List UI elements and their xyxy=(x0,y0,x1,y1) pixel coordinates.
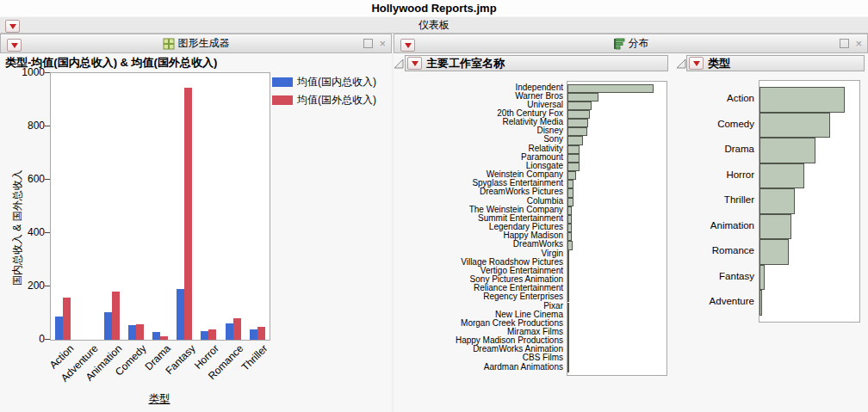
bar-foreign-mean[interactable] xyxy=(63,298,71,340)
histogram-bar[interactable] xyxy=(567,346,569,354)
histogram-bar[interactable] xyxy=(567,329,569,337)
bar-foreign-mean[interactable] xyxy=(208,329,216,340)
graph-builder-panel-header: 图形生成器 × xyxy=(0,34,392,53)
bar-foreign-mean[interactable] xyxy=(112,292,120,340)
histogram-bar[interactable] xyxy=(567,198,574,206)
grouped-bar-plot[interactable] xyxy=(50,72,270,341)
histogram-bar[interactable] xyxy=(567,110,590,119)
histogram-bar[interactable] xyxy=(567,241,573,249)
disclosure-triangle-icon[interactable] xyxy=(394,58,404,69)
histogram-bar[interactable] xyxy=(567,320,569,329)
histogram-bar[interactable] xyxy=(567,303,569,311)
red-triangle-menu-icon[interactable] xyxy=(5,20,20,33)
histogram-bar[interactable] xyxy=(760,163,804,189)
red-triangle-glyph xyxy=(9,24,16,29)
red-triangle-glyph xyxy=(412,61,418,66)
histogram-bar[interactable] xyxy=(760,214,791,240)
y-tick-label: 200 xyxy=(14,280,45,292)
maximize-icon[interactable] xyxy=(840,39,849,48)
y-tick-mark xyxy=(45,232,50,233)
histogram-bar[interactable] xyxy=(567,145,580,154)
histogram-bar[interactable] xyxy=(567,180,574,188)
histogram-bar[interactable] xyxy=(567,163,580,171)
disclosure-triangle-icon[interactable] xyxy=(676,58,686,69)
red-triangle-menu-icon[interactable] xyxy=(407,57,422,70)
histogram-bar[interactable] xyxy=(567,232,572,241)
histogram-bar[interactable] xyxy=(567,250,569,259)
histogram-bar[interactable] xyxy=(567,206,572,215)
bar-foreign-mean[interactable] xyxy=(257,327,265,340)
bar-foreign-mean[interactable] xyxy=(160,336,168,340)
histogram-bar[interactable] xyxy=(567,119,588,127)
y-tick-label: 600 xyxy=(14,173,45,185)
histogram-bar[interactable] xyxy=(567,293,569,302)
histogram-bar[interactable] xyxy=(567,267,569,276)
x-axis-title[interactable]: 类型 xyxy=(50,392,269,407)
bar-domestic-mean[interactable] xyxy=(152,332,160,340)
histogram-bar[interactable] xyxy=(760,113,830,138)
bar-foreign-mean[interactable] xyxy=(233,318,241,340)
bar-domestic-mean[interactable] xyxy=(201,331,208,340)
y-tick-mark xyxy=(45,72,50,73)
bar-domestic-mean[interactable] xyxy=(250,329,257,340)
histogram-bar[interactable] xyxy=(760,239,789,265)
category-label: Romance xyxy=(594,238,754,264)
histogram-bar[interactable] xyxy=(760,290,762,316)
category-label: Relativity Media xyxy=(379,118,563,126)
window-titlebar: Hollywood Reports.jmp xyxy=(0,0,868,16)
bar-domestic-mean[interactable] xyxy=(128,325,136,340)
category-label: Animation xyxy=(594,213,754,239)
y-tick-mark xyxy=(45,339,50,340)
category-label: Drama xyxy=(594,137,754,163)
histogram-bar[interactable] xyxy=(567,101,592,110)
genre-report-header[interactable]: 类型 xyxy=(686,55,865,71)
histogram-bar[interactable] xyxy=(567,311,569,320)
histogram-bar[interactable] xyxy=(567,188,574,197)
bar-domestic-mean[interactable] xyxy=(55,317,63,340)
histogram-bar[interactable] xyxy=(567,364,569,372)
histogram-bar[interactable] xyxy=(567,285,569,293)
dashboard-bar: 仪表板 xyxy=(0,16,868,34)
y-tick-label: 1000 xyxy=(14,66,45,78)
category-label: Horror xyxy=(594,163,754,188)
red-triangle-menu-icon[interactable] xyxy=(400,39,415,52)
histogram-bar[interactable] xyxy=(760,188,795,214)
legend-label: 均值(国外总收入) xyxy=(297,93,376,108)
studio-report-title: 主要工作室名称 xyxy=(426,56,505,71)
category-label: Action xyxy=(594,86,754,112)
y-tick-mark xyxy=(45,286,50,286)
y-tick-label: 400 xyxy=(14,226,45,238)
histogram-bar[interactable] xyxy=(567,276,569,285)
graph-builder-panel-title: 图形生成器 xyxy=(178,36,230,51)
bar-domestic-mean[interactable] xyxy=(177,289,184,340)
jmp-dashboard-window: Hollywood Reports.jmp 仪表板 图形生成器 × xyxy=(0,0,868,412)
red-triangle-menu-icon[interactable] xyxy=(689,57,704,70)
bar-domestic-mean[interactable] xyxy=(104,312,112,340)
histogram-bar[interactable] xyxy=(760,265,765,291)
category-label: Disney xyxy=(379,126,563,135)
histogram-bar[interactable] xyxy=(567,354,569,363)
histogram-bar[interactable] xyxy=(567,259,569,267)
studio-report-header[interactable]: 主要工作室名称 xyxy=(405,55,668,71)
red-triangle-menu-icon[interactable] xyxy=(7,39,22,52)
category-label: Regency Enterprises xyxy=(379,292,563,301)
category-label: Fantasy xyxy=(594,264,754,290)
histogram-bar[interactable] xyxy=(567,337,569,346)
red-triangle-glyph xyxy=(405,43,412,48)
bar-foreign-mean[interactable] xyxy=(136,324,144,340)
histogram-bar[interactable] xyxy=(760,87,845,113)
close-icon[interactable]: × xyxy=(379,38,386,49)
maximize-icon[interactable] xyxy=(363,39,373,48)
histogram-bar[interactable] xyxy=(567,215,572,224)
histogram-bar[interactable] xyxy=(760,138,815,163)
bar-foreign-mean[interactable] xyxy=(184,88,192,340)
histogram-bar[interactable] xyxy=(567,224,572,232)
genre-histogram-plot[interactable] xyxy=(759,80,860,323)
bar-domestic-mean[interactable] xyxy=(226,323,233,340)
histogram-bar[interactable] xyxy=(567,127,587,136)
histogram-bar[interactable] xyxy=(567,136,583,145)
histogram-bar[interactable] xyxy=(567,154,580,163)
histogram-bar[interactable] xyxy=(567,171,576,180)
close-icon[interactable]: × xyxy=(855,38,862,49)
dashboard-title: 仪表板 xyxy=(418,18,450,33)
